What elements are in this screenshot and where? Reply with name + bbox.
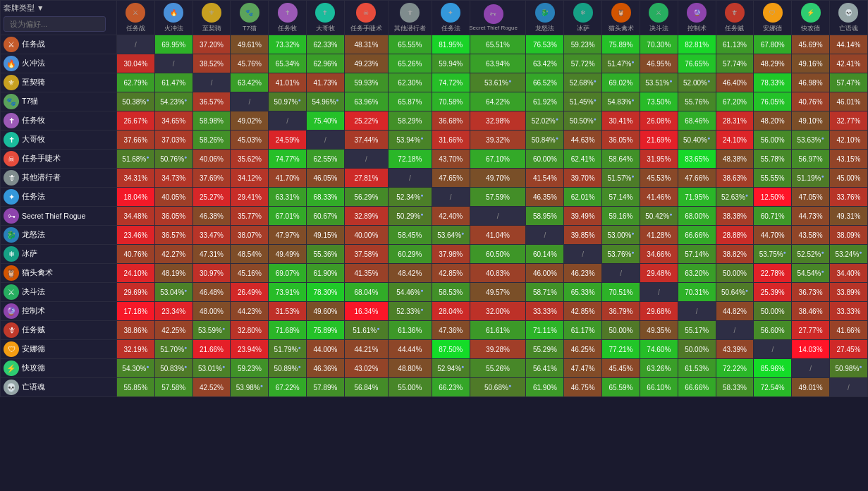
cell-11-15: 38.82% — [716, 245, 754, 264]
cell-15-8: 47.36% — [432, 321, 470, 340]
cell-8-14: 71.95% — [678, 188, 716, 207]
row-label-6: 任务手睫术 — [22, 154, 61, 164]
cell-13-2: 46.48% — [192, 283, 231, 302]
cell-11-0: 40.76% — [117, 245, 155, 264]
cell-4-17: 49.10% — [792, 111, 830, 131]
cell-7-1: 34.73% — [154, 169, 192, 188]
cell-5-12: 36.05% — [602, 131, 640, 150]
cell-6-9: 67.10% — [470, 150, 526, 169]
cell-0-9: 65.51% — [470, 35, 526, 54]
cell-18-16: 72.54% — [754, 378, 792, 397]
cell-13-8: 58.53% — [432, 283, 470, 302]
row-header-6: ☠ 任务手睫术 — [1, 150, 117, 169]
col-header-annadude: 🛡 安娜德 — [754, 1, 792, 35]
cell-3-10: 61.92% — [526, 92, 564, 111]
cell-14-3: 44.23% — [231, 302, 269, 321]
cell-16-16: / — [754, 340, 792, 359]
row-icon-9: 🗝 — [4, 208, 19, 224]
cell-7-5: 46.05% — [307, 169, 345, 188]
cell-18-2: 42.52% — [192, 378, 231, 397]
table-row: 🔮 控制术 17.18%23.34%48.00%44.23%31.53%49.6… — [1, 302, 868, 321]
col-header-taskmiao: ✝ 任务牧 — [269, 1, 307, 35]
cell-12-18: 34.40% — [829, 264, 867, 283]
cell-9-11: 39.49% — [564, 207, 602, 226]
cell-5-10: 50.84%● — [526, 131, 564, 150]
cell-0-16: 67.80% — [754, 35, 792, 54]
cell-8-15: 52.63%● — [716, 188, 754, 207]
cell-5-5: / — [307, 131, 345, 150]
cell-6-11: 62.41% — [564, 150, 602, 169]
deck-icon-maotoumushu: 🦉 — [611, 3, 631, 23]
cell-1-8: 59.94% — [432, 54, 470, 73]
cell-3-18: 46.01% — [829, 92, 867, 111]
search-input[interactable] — [4, 16, 106, 32]
table-row: 🗡 其他潜行者 34.31%34.73%37.69%34.12%41.70%46… — [1, 169, 868, 188]
cell-1-0: 30.04% — [117, 54, 155, 73]
row-icon-5: ✝ — [4, 132, 19, 147]
cell-16-3: 23.94% — [231, 340, 269, 359]
cell-8-8: / — [432, 188, 470, 207]
cell-8-11: 62.01% — [564, 188, 602, 207]
cell-17-13: 63.26% — [640, 359, 678, 378]
table-row: ⚔ 决斗法 29.69%53.04%●46.48%26.49%73.91%78.… — [1, 283, 868, 302]
cell-13-1: 53.04%● — [154, 283, 192, 302]
row-header-4: ✝ 任务牧 — [1, 111, 117, 131]
cell-17-11: 47.47% — [564, 359, 602, 378]
cell-11-6: 37.58% — [344, 245, 388, 264]
table-row: 🦉 猫头禽术 24.10%48.19%30.97%45.16%69.07%61.… — [1, 264, 868, 283]
row-header-1: 🔥 火冲法 — [1, 54, 117, 73]
cell-2-3: 63.42% — [231, 73, 269, 92]
cell-5-11: 44.63% — [564, 131, 602, 150]
cell-8-5: 68.33% — [307, 188, 345, 207]
col-header-qitatian: 🗡 其他潜行者 — [388, 1, 432, 35]
cell-15-16: 56.60% — [754, 321, 792, 340]
cell-0-1: 69.95% — [154, 35, 192, 54]
cell-6-17: 56.97% — [792, 150, 830, 169]
row-icon-17: ⚡ — [4, 360, 19, 376]
deck-icon-qitatian: 🗡 — [400, 3, 420, 23]
cell-2-5: 41.73% — [307, 73, 345, 92]
cell-18-9: 50.68%● — [470, 378, 526, 397]
deck-icon-t7mao: 🐾 — [240, 3, 259, 23]
cell-18-0: 55.85% — [117, 378, 155, 397]
cell-12-10: 46.00% — [526, 264, 564, 283]
matchup-table: 套牌类型 ▼ ⚔ 任务战 🔥 — [0, 0, 868, 397]
cell-13-17: 36.73% — [792, 283, 830, 302]
cell-10-5: 49.15% — [307, 226, 345, 245]
cell-17-4: 50.89%● — [269, 359, 307, 378]
cell-1-11: 57.72% — [564, 54, 602, 73]
cell-9-14: 68.00% — [678, 207, 716, 226]
cell-7-0: 34.31% — [117, 169, 155, 188]
row-label-12: 猫头禽术 — [22, 268, 53, 278]
cell-14-7: 52.33%● — [388, 302, 432, 321]
cell-15-5: 75.89% — [307, 321, 345, 340]
cell-5-9: 39.32% — [470, 131, 526, 150]
cell-14-4: 31.53% — [269, 302, 307, 321]
cell-14-15: 44.82% — [716, 302, 754, 321]
cell-17-14: 61.53% — [678, 359, 716, 378]
cell-0-13: 70.30% — [640, 35, 678, 54]
cell-2-11: 52.68%● — [564, 73, 602, 92]
cell-5-6: 37.44% — [344, 131, 388, 150]
cell-6-18: 43.15% — [829, 150, 867, 169]
corner-label: 套牌类型 ▼ — [4, 4, 114, 13]
cell-4-18: 32.77% — [829, 111, 867, 131]
row-header-8: ✦ 任务法 — [1, 188, 117, 207]
cell-0-3: 49.61% — [231, 35, 269, 54]
cell-1-9: 63.94% — [470, 54, 526, 73]
cell-2-0: 62.79% — [117, 73, 155, 92]
cell-17-6: 43.02% — [344, 359, 388, 378]
cell-11-7: 60.29% — [388, 245, 432, 264]
cell-15-0: 38.86% — [117, 321, 155, 340]
cell-13-12: 70.51% — [602, 283, 640, 302]
col-header-dagepai: ✝ 大哥牧 — [307, 1, 345, 35]
cell-16-12: 77.21% — [602, 340, 640, 359]
col-header-secretthief: 🗝 Secret Thief Rogue — [470, 1, 526, 35]
cell-7-12: 51.57%● — [602, 169, 640, 188]
cell-7-16: 55.55% — [754, 169, 792, 188]
cell-2-16: 78.33% — [754, 73, 792, 92]
cell-10-2: 33.47% — [192, 226, 231, 245]
cell-16-8: 87.50% — [432, 340, 470, 359]
cell-2-8: 74.72% — [432, 73, 470, 92]
cell-1-5: 62.96% — [307, 54, 345, 73]
